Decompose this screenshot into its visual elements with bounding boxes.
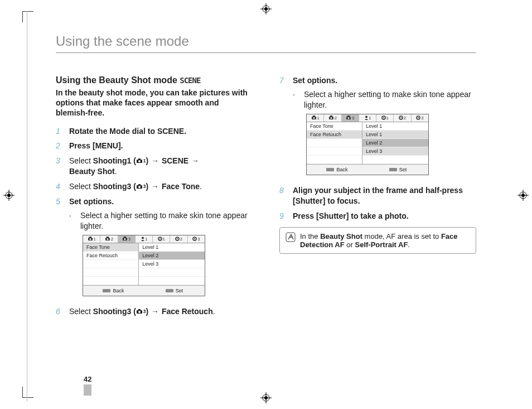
step-9-post: to take a photo. [349,211,408,220]
section-heading-text: Using the Beauty Shot mode [56,75,177,85]
menu-back-label: Back [113,287,124,294]
menu-button-label: [MENU] [93,141,121,150]
menu-row: Face Retouch [83,252,138,260]
registration-mark-top [260,3,272,17]
menu-tab: 1 [83,235,100,243]
step-5-text: Set options. [69,197,114,206]
menu-row [362,156,428,164]
menu-row: Level 1 [362,122,428,131]
shutter-label: [Shutter] [316,211,349,220]
menu-row [83,277,138,285]
step-7: 7 Set options. · Select a higher setting… [279,75,476,181]
step-number: 5 [56,196,64,302]
step-4-post: . [200,182,202,191]
svg-point-56 [418,117,419,118]
step-5-bullet-text: Select a higher setting to make skin ton… [80,210,253,232]
svg-rect-39 [138,309,141,311]
shooting3-post: ) [146,307,148,316]
menu-set-label: Set [176,287,183,294]
step-number: 1 [56,126,64,137]
arrow-icon: → [191,156,200,166]
scene-mode-label: SCENE [180,76,200,85]
step-1-text-post: . [184,127,186,136]
step-1-text-pre: Rotate the Mode dial to [69,127,157,136]
menu-tab: 2 [170,235,187,243]
menu-row: Level 1 [362,131,428,139]
step-4-pre: Select [69,182,93,191]
shutter-label: [Shutter] [293,196,325,205]
page-number: 42 [84,375,91,396]
left-column: Using the Beauty Shot mode SCENE In the … [56,75,253,321]
svg-rect-23 [89,237,91,238]
svg-point-40 [138,311,141,313]
svg-point-33 [159,238,161,239]
step-number: 8 [279,185,287,206]
menu-tab: 1 [359,114,376,122]
step-1: 1 Rotate the Mode dial to SCENE. [56,126,253,137]
step-9-pre: Press [293,211,316,220]
camera-menu-figure-1: 1231123 Face ToneFace Retouch Level 1Lev… [83,235,205,297]
menu-tab: 3 [412,114,428,122]
menu-left-panel: Face ToneFace Retouch [307,122,362,164]
step-9: 9 Press [Shutter] to take a photo. [279,211,476,222]
registration-mark-right [518,190,529,203]
menu-row [307,156,362,164]
svg-rect-29 [124,237,126,238]
shooting1-post: ) [146,156,148,165]
menu-row: Level 2 [139,252,205,260]
svg-point-46 [330,117,332,119]
menu-row: Face Tone [83,243,138,252]
step-2: 2 Press [MENU]. [56,141,253,151]
step-7-text: Set options. [293,76,337,85]
camera-icon: 3 [136,184,146,190]
camera-icon: 1 [136,158,146,164]
svg-rect-17 [138,158,141,160]
menu-set-label: Set [399,166,407,173]
svg-point-54 [400,117,402,118]
camera-menu-figure-2: 1231123 Face ToneFace Retouch Level 1Lev… [306,114,429,176]
menu-row: Level 3 [362,147,428,156]
page-number-bar [84,384,91,396]
menu-back-button: Back [307,165,367,175]
menu-tab: 2 [324,114,341,122]
step-2-post: . [121,141,123,150]
menu-back-button: Back [83,286,144,296]
svg-point-18 [138,160,141,162]
registration-mark-bottom [260,392,272,406]
menu-row: Level 2 [362,139,428,147]
step-8-post: to focus. [325,196,360,205]
beauty-shot-label: Beauty Shot [69,167,115,176]
svg-point-21 [138,186,141,188]
svg-point-24 [89,238,91,240]
svg-rect-26 [107,237,109,238]
shooting3-post: ) [146,182,148,191]
svg-point-37 [194,238,195,239]
section-subheading: In the beauty shot mode, you can take pi… [56,88,253,118]
step-6: 6 Select Shooting3 (3) → Face Retouch. [56,306,253,317]
menu-tabs: 1231123 [307,114,428,122]
menu-row [83,268,138,277]
section-heading: Using the Beauty Shot mode SCENE [56,75,253,85]
step-number: 6 [56,306,64,317]
menu-set-button: Set [144,286,205,296]
page-number-value: 42 [84,375,91,383]
note-box: In the Beauty Shot mode, AF area is set … [279,227,476,254]
menu-row [139,268,205,277]
menu-tab: 2 [394,114,411,122]
note-or: or [345,240,355,249]
step-6-post: . [213,307,215,316]
menu-row: Level 1 [139,243,205,252]
crop-guide-vertical [27,11,27,402]
menu-row [307,147,362,156]
note-mid: mode, AF area is set to [362,232,441,240]
menu-left-panel: Face ToneFace Retouch [83,243,139,285]
bullet-dot-icon: · [69,210,75,232]
note-text: In the Beauty Shot mode, AF area is set … [300,232,470,249]
menu-row: Level 3 [139,260,205,268]
scene-option-label: SCENE [162,156,188,165]
step-number: 7 [279,75,287,181]
svg-rect-48 [347,116,350,117]
registration-mark-left [3,190,14,203]
right-column: 7 Set options. · Select a higher setting… [279,75,476,321]
step-5-bullet: · Select a higher setting to make skin t… [69,210,253,232]
